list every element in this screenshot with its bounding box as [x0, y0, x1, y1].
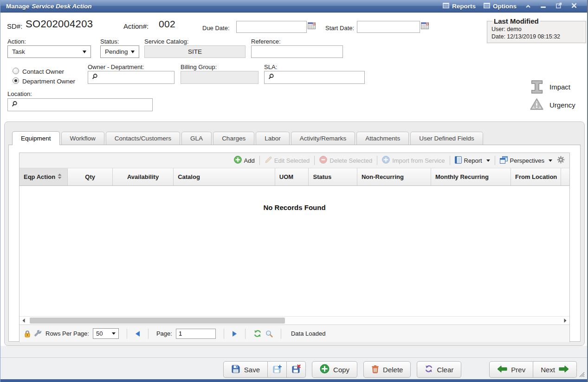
- action-select[interactable]: Task: [7, 45, 91, 58]
- chevron-down-icon: [549, 159, 552, 162]
- owner-department-input[interactable]: [88, 71, 174, 84]
- sla-input[interactable]: [264, 71, 365, 84]
- department-owner-radio[interactable]: [13, 77, 19, 84]
- due-date-label: Due Date:: [202, 25, 230, 32]
- delete-selected-button[interactable]: Delete Selected: [319, 156, 372, 165]
- column-header-non-recurring[interactable]: Non-Recurring: [357, 168, 431, 185]
- minus-icon: [541, 2, 546, 10]
- lock-icon[interactable]: [24, 330, 31, 337]
- trash-icon: [371, 365, 379, 375]
- save-and-new-button[interactable]: [268, 361, 287, 378]
- separator: [259, 156, 260, 165]
- column-header-availability[interactable]: Availability: [113, 168, 174, 185]
- column-header-qty[interactable]: Qty: [68, 168, 112, 185]
- wrench-icon[interactable]: [34, 330, 42, 337]
- next-button[interactable]: Next: [533, 361, 577, 378]
- tab-charges[interactable]: Charges: [213, 132, 254, 145]
- options-button[interactable]: Options: [484, 3, 517, 10]
- page-number-input[interactable]: [176, 329, 216, 339]
- scroll-left-arrow[interactable]: [19, 317, 28, 325]
- start-date-input[interactable]: [357, 21, 420, 33]
- chevron-down-icon: [83, 51, 86, 53]
- edit-selected-button[interactable]: Edit Selected: [265, 156, 310, 165]
- chevron-down-icon: [486, 159, 490, 162]
- options-icon: [484, 3, 490, 10]
- scrollbar-thumb[interactable]: [30, 318, 285, 324]
- collapse-button[interactable]: [524, 2, 532, 10]
- import-from-service-button[interactable]: Import from Service: [382, 156, 445, 165]
- save-button[interactable]: Save: [223, 361, 268, 378]
- tab-strip: Equipment Workflow Contacts/Customers GL…: [8, 131, 581, 145]
- close-button[interactable]: [570, 2, 578, 10]
- tab-workflow[interactable]: Workflow: [61, 132, 104, 145]
- report-menu-button[interactable]: Report: [455, 156, 490, 165]
- perspectives-icon: [500, 156, 508, 165]
- tab-user-defined-fields[interactable]: User Defined Fields: [410, 132, 483, 145]
- edit-pencil-icon: [265, 156, 272, 165]
- report-icon: [455, 156, 462, 165]
- copy-button[interactable]: Copy: [312, 361, 357, 378]
- next-page-button[interactable]: [232, 331, 237, 337]
- start-date-calendar-icon[interactable]: [421, 22, 429, 30]
- add-button[interactable]: Add: [234, 156, 255, 165]
- column-header-from-location[interactable]: From Location: [511, 168, 561, 185]
- urgency-label: Urgency: [549, 101, 575, 109]
- scroll-right-arrow[interactable]: [561, 317, 569, 325]
- copy-plus-icon: [320, 364, 330, 375]
- contact-owner-radio[interactable]: [13, 68, 19, 74]
- previous-page-button[interactable]: [135, 331, 140, 337]
- popout-button[interactable]: [555, 2, 562, 10]
- column-header-uom[interactable]: UOM: [275, 168, 309, 185]
- minimize-button[interactable]: [540, 2, 547, 10]
- service-catalog-label: Service Catalog:: [144, 38, 188, 45]
- refresh-icon[interactable]: [253, 330, 262, 337]
- urgency-icon[interactable]: [530, 98, 544, 113]
- tab-equipment[interactable]: Equipment: [12, 131, 60, 145]
- contact-owner-label: Contact Owner: [22, 68, 64, 75]
- resize-handle[interactable]: [579, 371, 585, 379]
- status-select[interactable]: Pending: [100, 45, 139, 58]
- column-header-catalog[interactable]: Catalog: [174, 168, 275, 185]
- prev-button[interactable]: Prev: [489, 361, 533, 378]
- tab-gla[interactable]: GLA: [181, 132, 212, 145]
- due-date-input[interactable]: [236, 21, 307, 33]
- column-header-monthly-recurring[interactable]: Monthly Recurring: [431, 168, 511, 185]
- separator: [377, 156, 377, 165]
- grid-body: No Records Found: [19, 186, 569, 316]
- chevron-up-icon: [525, 2, 531, 10]
- location-input[interactable]: [7, 98, 153, 111]
- impact-label: Impact: [549, 83, 570, 91]
- separator: [450, 156, 450, 165]
- save-and-close-button[interactable]: [287, 361, 306, 378]
- grid-settings-button[interactable]: [557, 156, 565, 165]
- column-header-eqp-action[interactable]: Eqp Action: [19, 168, 68, 185]
- column-header-filler: [561, 168, 569, 185]
- tab-activity-remarks[interactable]: Activity/Remarks: [291, 132, 355, 145]
- header-form: SD#: SO202004203 Action#: 002 Due Date: …: [0, 13, 587, 121]
- impact-icon[interactable]: [530, 80, 543, 96]
- service-desk-action-window: ManageService Desk Action Reports Option…: [0, 0, 588, 382]
- search-icon: [11, 101, 18, 109]
- horizontal-scrollbar[interactable]: [19, 316, 569, 325]
- tab-contacts-customers[interactable]: Contacts/Customers: [106, 132, 180, 145]
- rows-per-page-select[interactable]: 50: [93, 328, 119, 339]
- footer-buttons: Save Copy Delete Clear: [223, 361, 577, 378]
- grid-toolbar: Add Edit Selected Delete Selected: [19, 153, 569, 168]
- clear-button[interactable]: Clear: [417, 361, 461, 378]
- billing-group-label: Billing Group:: [181, 64, 217, 70]
- delete-button[interactable]: Delete: [363, 361, 411, 378]
- preview-search-icon[interactable]: [265, 330, 273, 337]
- perspectives-menu-button[interactable]: Perspectives: [500, 156, 552, 165]
- sd-number-label: SD#:: [7, 22, 22, 30]
- location-label: Location:: [7, 90, 32, 97]
- reports-button[interactable]: Reports: [443, 3, 476, 10]
- due-date-calendar-icon[interactable]: [308, 22, 316, 30]
- tab-labor[interactable]: Labor: [256, 132, 290, 145]
- sd-number-value: SO202004203: [26, 18, 93, 30]
- equipment-grid: Add Edit Selected Delete Selected: [19, 153, 570, 342]
- column-header-status[interactable]: Status: [309, 168, 357, 185]
- save-plus-icon: [272, 364, 282, 375]
- separator: [127, 329, 127, 339]
- tab-attachments[interactable]: Attachments: [356, 132, 409, 145]
- reference-input[interactable]: [251, 45, 343, 58]
